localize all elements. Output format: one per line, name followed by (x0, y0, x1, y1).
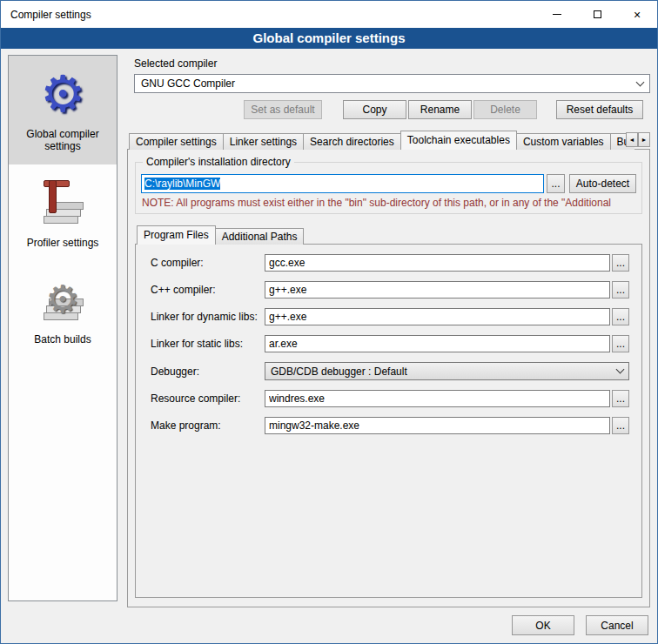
minimize-icon (553, 14, 561, 15)
reset-defaults-button[interactable]: Reset defaults (556, 100, 643, 119)
tab-linker-settings[interactable]: Linker settings (223, 133, 304, 150)
clamp-bar-icon (49, 180, 57, 213)
batch-builds-gear-icon: ⚙ (35, 272, 91, 327)
selected-compiler-label: Selected compiler (134, 57, 650, 70)
cpp-compiler-browse-button[interactable]: ... (612, 281, 629, 299)
installation-directory-value: C:\raylib\MinGW (144, 178, 220, 190)
tab-compiler-settings[interactable]: Compiler settings (129, 133, 224, 150)
tab-search-directories[interactable]: Search directories (303, 133, 401, 150)
cancel-button[interactable]: Cancel (586, 615, 648, 635)
resource-compiler-label: Resource compiler: (151, 392, 265, 405)
arrow-left-icon: ◄ (629, 137, 635, 143)
groupbox-title: Compiler's installation directory (143, 156, 294, 168)
arrow-right-icon: ► (641, 137, 648, 143)
dynamic-linker-browse-button[interactable]: ... (612, 308, 629, 325)
gear-gray-glyph: ⚙ (45, 280, 79, 319)
sidebar-item-label: Profiler settings (27, 237, 99, 249)
toolchain-executables-page: Compiler's installation directory C:\ray… (127, 149, 650, 607)
sidebar-item-label: Batch builds (34, 333, 91, 345)
make-program-input[interactable] (265, 417, 610, 434)
main-panel: Selected compiler GNU GCC Compiler Set a… (127, 55, 650, 607)
installation-directory-row: C:\raylib\MinGW ... Auto-detect (141, 174, 636, 193)
settings-tabstrip: Compiler settings Linker settings Search… (129, 131, 650, 150)
titlebar: Compiler settings × (1, 1, 657, 28)
close-button[interactable]: × (617, 1, 657, 28)
sidebar-item-label: Global compiler settings (12, 128, 113, 152)
rename-button[interactable]: Rename (408, 100, 472, 119)
debugger-select-value: GDB/CDB debugger : Default (271, 366, 407, 378)
c-compiler-label: C compiler: (151, 257, 265, 269)
static-linker-input[interactable] (265, 335, 610, 352)
dialog-footer: OK Cancel (1, 607, 657, 643)
compiler-select[interactable]: GNU GCC Compiler (134, 74, 650, 93)
ok-button[interactable]: OK (512, 615, 574, 635)
close-icon: × (634, 8, 641, 22)
program-files-page: C compiler: ... C++ compiler: ... Linker… (135, 244, 642, 598)
profiler-icon (35, 175, 91, 231)
static-linker-label: Linker for static libs: (151, 338, 265, 350)
tab-custom-variables[interactable]: Custom variables (516, 133, 611, 150)
dialog-body: ⚙ Global compiler settings Profiler sett… (1, 49, 657, 607)
directory-note: NOTE: All programs must exist either in … (142, 197, 636, 209)
settings-category-list: ⚙ Global compiler settings Profiler sett… (8, 55, 118, 601)
dynamic-linker-label: Linker for dynamic libs: (151, 311, 265, 323)
resource-compiler-browse-button[interactable]: ... (612, 390, 629, 407)
chevron-down-icon (636, 77, 645, 86)
clamp-top-icon (44, 180, 70, 187)
minimize-button[interactable] (537, 1, 577, 28)
programs-tabstrip: Program Files Additional Paths (137, 225, 642, 245)
c-compiler-browse-button[interactable]: ... (612, 254, 629, 272)
make-program-label: Make program: (151, 419, 265, 432)
debugger-row: Debugger: GDB/CDB debugger : Default (151, 362, 629, 380)
c-compiler-input[interactable] (265, 254, 610, 272)
maximize-button[interactable] (577, 1, 617, 28)
installation-directory-groupbox: Compiler's installation directory C:\ray… (135, 162, 642, 214)
sidebar-item-global-compiler-settings[interactable]: ⚙ Global compiler settings (9, 56, 117, 164)
delete-button[interactable]: Delete (473, 100, 537, 119)
sidebar-item-profiler-settings[interactable]: Profiler settings (9, 164, 117, 261)
debugger-label: Debugger: (151, 366, 265, 378)
compiler-settings-window: Compiler settings × Global compiler sett… (0, 0, 658, 644)
maximize-icon (594, 10, 601, 18)
tab-toolchain-executables[interactable]: Toolchain executables (400, 131, 517, 150)
global-compiler-gear-icon: ⚙ (35, 66, 91, 122)
compiler-select-value: GNU GCC Compiler (141, 77, 235, 90)
copy-button[interactable]: Copy (343, 100, 406, 119)
cpp-compiler-label: C++ compiler: (151, 284, 265, 296)
debugger-select[interactable]: GDB/CDB debugger : Default (265, 362, 629, 380)
static-linker-browse-button[interactable]: ... (612, 335, 629, 352)
tab-scroll-buttons: ◄ ► (626, 132, 650, 147)
cpp-compiler-input[interactable] (265, 281, 610, 299)
browse-directory-button[interactable]: ... (547, 174, 565, 193)
tab-scroll-right-button[interactable]: ► (638, 132, 650, 147)
make-program-row: Make program: ... (151, 417, 629, 434)
compiler-buttons-row: Set as default Copy Rename Delete Reset … (127, 100, 650, 119)
static-linker-row: Linker for static libs: ... (151, 335, 629, 352)
dynamic-linker-input[interactable] (265, 308, 610, 325)
window-title: Compiler settings (1, 9, 91, 21)
sidebar-item-batch-builds[interactable]: ⚙ Batch builds (9, 261, 117, 358)
window-controls: × (537, 1, 657, 28)
auto-detect-button[interactable]: Auto-detect (569, 174, 636, 193)
gear-blue-glyph: ⚙ (40, 69, 85, 119)
installation-directory-input[interactable]: C:\raylib\MinGW (141, 174, 544, 193)
resource-compiler-row: Resource compiler: ... (151, 390, 629, 407)
cpp-compiler-row: C++ compiler: ... (151, 281, 629, 299)
make-program-browse-button[interactable]: ... (612, 417, 629, 434)
tab-scroll-left-button[interactable]: ◄ (626, 132, 638, 147)
tab-additional-paths[interactable]: Additional Paths (215, 228, 305, 245)
chevron-down-icon (616, 366, 625, 374)
tab-program-files[interactable]: Program Files (137, 225, 216, 245)
c-compiler-row: C compiler: ... (151, 254, 629, 272)
resource-compiler-input[interactable] (265, 390, 610, 407)
page-title: Global compiler settings (1, 28, 657, 49)
set-as-default-button[interactable]: Set as default (244, 100, 322, 119)
dynamic-linker-row: Linker for dynamic libs: ... (151, 308, 629, 325)
